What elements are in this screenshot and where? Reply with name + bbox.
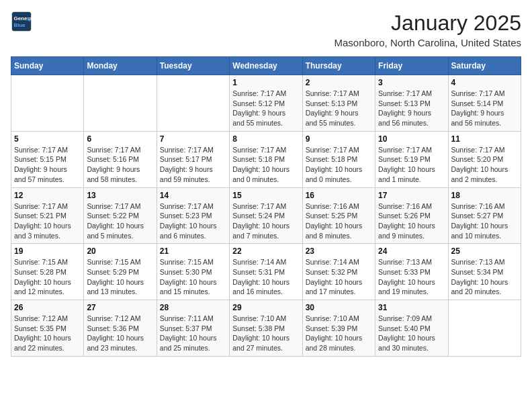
day-number: 2 <box>306 78 372 87</box>
calendar-week-3: 12Sunrise: 7:17 AM Sunset: 5:21 PM Dayli… <box>11 187 521 244</box>
day-info: Sunrise: 7:16 AM Sunset: 5:26 PM Dayligh… <box>378 201 445 241</box>
calendar-cell: 19Sunrise: 7:15 AM Sunset: 5:28 PM Dayli… <box>11 244 84 300</box>
day-info: Sunrise: 7:17 AM Sunset: 5:15 PM Dayligh… <box>14 145 81 185</box>
day-number: 23 <box>306 246 372 256</box>
day-info: Sunrise: 7:12 AM Sunset: 5:36 PM Dayligh… <box>87 314 153 353</box>
page-header: General Blue January 2025 Masonboro, Nor… <box>11 11 521 48</box>
calendar-week-5: 26Sunrise: 7:12 AM Sunset: 5:35 PM Dayli… <box>11 300 521 357</box>
calendar-cell: 21Sunrise: 7:15 AM Sunset: 5:30 PM Dayli… <box>157 244 229 300</box>
day-info: Sunrise: 7:17 AM Sunset: 5:19 PM Dayligh… <box>378 145 445 185</box>
day-info: Sunrise: 7:17 AM Sunset: 5:24 PM Dayligh… <box>232 201 299 241</box>
day-info: Sunrise: 7:17 AM Sunset: 5:17 PM Dayligh… <box>160 145 226 185</box>
day-number: 28 <box>160 303 226 312</box>
day-number: 5 <box>14 134 81 144</box>
month-title: January 2025 <box>335 11 521 36</box>
day-header-friday: Friday <box>375 57 448 75</box>
svg-text:Blue: Blue <box>13 22 26 28</box>
calendar-cell <box>11 75 84 132</box>
day-info: Sunrise: 7:14 AM Sunset: 5:31 PM Dayligh… <box>232 257 299 297</box>
day-info: Sunrise: 7:11 AM Sunset: 5:37 PM Dayligh… <box>160 314 226 353</box>
calendar-cell: 14Sunrise: 7:17 AM Sunset: 5:23 PM Dayli… <box>157 187 229 244</box>
calendar-cell: 7Sunrise: 7:17 AM Sunset: 5:17 PM Daylig… <box>157 131 229 187</box>
calendar-cell <box>448 300 521 357</box>
calendar-cell: 18Sunrise: 7:16 AM Sunset: 5:27 PM Dayli… <box>448 187 521 244</box>
day-info: Sunrise: 7:17 AM Sunset: 5:23 PM Dayligh… <box>160 201 226 241</box>
calendar-cell: 13Sunrise: 7:17 AM Sunset: 5:22 PM Dayli… <box>84 187 157 244</box>
calendar-cell: 27Sunrise: 7:12 AM Sunset: 5:36 PM Dayli… <box>84 300 157 357</box>
day-info: Sunrise: 7:17 AM Sunset: 5:13 PM Dayligh… <box>306 89 372 128</box>
day-number: 9 <box>306 134 372 144</box>
calendar-cell: 5Sunrise: 7:17 AM Sunset: 5:15 PM Daylig… <box>11 131 84 187</box>
calendar-cell: 8Sunrise: 7:17 AM Sunset: 5:18 PM Daylig… <box>230 131 302 187</box>
calendar-cell: 17Sunrise: 7:16 AM Sunset: 5:26 PM Dayli… <box>375 187 448 244</box>
day-info: Sunrise: 7:09 AM Sunset: 5:40 PM Dayligh… <box>378 314 445 353</box>
calendar-cell: 28Sunrise: 7:11 AM Sunset: 5:37 PM Dayli… <box>157 300 229 357</box>
calendar-cell: 9Sunrise: 7:17 AM Sunset: 5:18 PM Daylig… <box>302 131 375 187</box>
calendar-header-row: SundayMondayTuesdayWednesdayThursdayFrid… <box>11 57 521 75</box>
logo: General Blue <box>11 11 32 32</box>
day-number: 20 <box>87 246 153 256</box>
calendar-cell: 25Sunrise: 7:13 AM Sunset: 5:34 PM Dayli… <box>448 244 521 300</box>
calendar-cell: 16Sunrise: 7:16 AM Sunset: 5:25 PM Dayli… <box>302 187 375 244</box>
title-block: January 2025 Masonboro, North Carolina, … <box>335 11 521 48</box>
day-header-thursday: Thursday <box>302 57 375 75</box>
day-number: 1 <box>232 78 299 87</box>
calendar-cell: 24Sunrise: 7:13 AM Sunset: 5:33 PM Dayli… <box>375 244 448 300</box>
day-info: Sunrise: 7:17 AM Sunset: 5:21 PM Dayligh… <box>14 201 81 241</box>
day-info: Sunrise: 7:17 AM Sunset: 5:18 PM Dayligh… <box>232 145 299 185</box>
logo-icon: General Blue <box>11 11 32 32</box>
day-info: Sunrise: 7:17 AM Sunset: 5:22 PM Dayligh… <box>87 201 153 241</box>
day-header-wednesday: Wednesday <box>230 57 302 75</box>
calendar-cell: 2Sunrise: 7:17 AM Sunset: 5:13 PM Daylig… <box>302 75 375 132</box>
day-number: 15 <box>232 191 299 200</box>
day-number: 6 <box>87 134 153 144</box>
day-number: 16 <box>306 191 372 200</box>
day-number: 13 <box>87 191 153 200</box>
day-info: Sunrise: 7:10 AM Sunset: 5:39 PM Dayligh… <box>306 314 372 353</box>
day-number: 8 <box>232 134 299 144</box>
day-number: 27 <box>87 303 153 312</box>
day-number: 10 <box>378 134 445 144</box>
location-text: Masonboro, North Carolina, United States <box>335 37 521 48</box>
day-number: 7 <box>160 134 226 144</box>
calendar-body: 1Sunrise: 7:17 AM Sunset: 5:12 PM Daylig… <box>11 75 521 357</box>
day-number: 3 <box>378 78 445 87</box>
day-info: Sunrise: 7:15 AM Sunset: 5:28 PM Dayligh… <box>14 257 81 297</box>
day-info: Sunrise: 7:10 AM Sunset: 5:38 PM Dayligh… <box>232 314 299 353</box>
day-number: 31 <box>378 303 445 312</box>
day-number: 17 <box>378 191 445 200</box>
day-info: Sunrise: 7:13 AM Sunset: 5:34 PM Dayligh… <box>451 257 518 297</box>
day-info: Sunrise: 7:16 AM Sunset: 5:27 PM Dayligh… <box>451 201 518 241</box>
calendar-cell: 1Sunrise: 7:17 AM Sunset: 5:12 PM Daylig… <box>230 75 302 132</box>
day-number: 14 <box>160 191 226 200</box>
calendar-week-4: 19Sunrise: 7:15 AM Sunset: 5:28 PM Dayli… <box>11 244 521 300</box>
calendar-cell: 15Sunrise: 7:17 AM Sunset: 5:24 PM Dayli… <box>230 187 302 244</box>
calendar-week-1: 1Sunrise: 7:17 AM Sunset: 5:12 PM Daylig… <box>11 75 521 132</box>
day-header-tuesday: Tuesday <box>157 57 229 75</box>
calendar-cell: 29Sunrise: 7:10 AM Sunset: 5:38 PM Dayli… <box>230 300 302 357</box>
calendar-cell: 26Sunrise: 7:12 AM Sunset: 5:35 PM Dayli… <box>11 300 84 357</box>
day-number: 11 <box>451 134 518 144</box>
calendar-table: SundayMondayTuesdayWednesdayThursdayFrid… <box>11 56 521 357</box>
day-info: Sunrise: 7:12 AM Sunset: 5:35 PM Dayligh… <box>14 314 81 353</box>
calendar-cell: 3Sunrise: 7:17 AM Sunset: 5:13 PM Daylig… <box>375 75 448 132</box>
day-header-monday: Monday <box>84 57 157 75</box>
day-info: Sunrise: 7:17 AM Sunset: 5:20 PM Dayligh… <box>451 145 518 185</box>
calendar-week-2: 5Sunrise: 7:17 AM Sunset: 5:15 PM Daylig… <box>11 131 521 187</box>
calendar-cell: 31Sunrise: 7:09 AM Sunset: 5:40 PM Dayli… <box>375 300 448 357</box>
day-number: 18 <box>451 191 518 200</box>
calendar-cell <box>157 75 229 132</box>
calendar-cell: 10Sunrise: 7:17 AM Sunset: 5:19 PM Dayli… <box>375 131 448 187</box>
day-info: Sunrise: 7:15 AM Sunset: 5:29 PM Dayligh… <box>87 257 153 297</box>
calendar-cell: 20Sunrise: 7:15 AM Sunset: 5:29 PM Dayli… <box>84 244 157 300</box>
day-number: 4 <box>451 78 518 87</box>
day-number: 21 <box>160 246 226 256</box>
day-info: Sunrise: 7:14 AM Sunset: 5:32 PM Dayligh… <box>306 257 372 297</box>
calendar-cell: 12Sunrise: 7:17 AM Sunset: 5:21 PM Dayli… <box>11 187 84 244</box>
day-info: Sunrise: 7:13 AM Sunset: 5:33 PM Dayligh… <box>378 257 445 297</box>
day-info: Sunrise: 7:16 AM Sunset: 5:25 PM Dayligh… <box>306 201 372 241</box>
day-info: Sunrise: 7:15 AM Sunset: 5:30 PM Dayligh… <box>160 257 226 297</box>
calendar-cell <box>84 75 157 132</box>
calendar-cell: 30Sunrise: 7:10 AM Sunset: 5:39 PM Dayli… <box>302 300 375 357</box>
day-info: Sunrise: 7:17 AM Sunset: 5:12 PM Dayligh… <box>232 89 299 128</box>
